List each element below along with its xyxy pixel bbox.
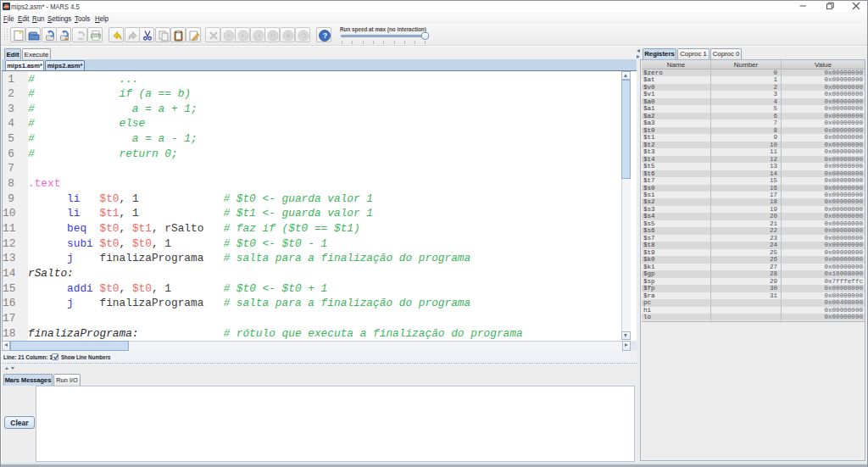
svg-text:1: 1	[246, 36, 248, 41]
svg-text:1: 1	[254, 36, 257, 41]
svg-text:?: ?	[323, 31, 328, 40]
